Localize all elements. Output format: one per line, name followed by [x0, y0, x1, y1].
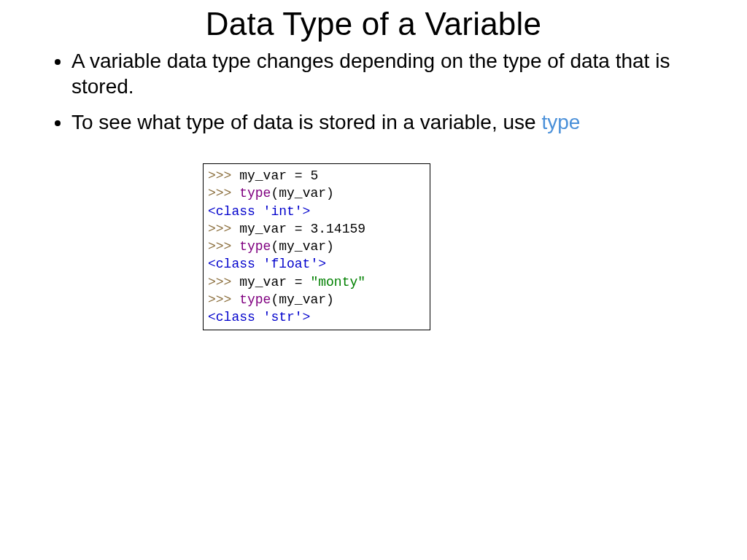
keyword-type: type — [541, 111, 580, 133]
code-line: >>> type(my_var) — [208, 238, 425, 255]
code-line: >>> type(my_var) — [208, 291, 425, 308]
repl-prompt: >>> — [208, 168, 239, 183]
code-line: <class 'int'> — [208, 203, 425, 220]
bullet-item: To see what type of data is stored in a … — [71, 109, 711, 135]
code-line: >>> type(my_var) — [208, 184, 425, 202]
code-line: >>> my_var = 5 — [208, 167, 425, 184]
bullet-text: A variable data type changes depending o… — [71, 50, 670, 98]
code-line: <class 'float'> — [208, 255, 425, 273]
code-text: = — [287, 222, 310, 236]
bullet-text: To see what type of data is stored in a … — [71, 111, 541, 133]
code-line: >>> my_var = "monty" — [208, 273, 425, 291]
repl-prompt: >>> — [208, 292, 239, 307]
code-text: type — [239, 292, 271, 307]
code-text: 5 — [310, 168, 318, 183]
code-output: <class 'str'> — [208, 310, 310, 324]
code-text: my_var — [279, 239, 326, 254]
code-block: >>> my_var = 5 >>> type(my_var) <class '… — [203, 163, 430, 330]
code-text: ( — [271, 239, 279, 254]
code-text: = — [287, 275, 310, 289]
repl-prompt: >>> — [208, 222, 239, 236]
code-output: <class 'int'> — [208, 204, 310, 219]
bullet-list: A variable data type changes depending o… — [36, 48, 711, 135]
code-text: 3.14159 — [310, 222, 365, 236]
code-text: my_var — [239, 222, 287, 236]
slide: Data Type of a Variable A variable data … — [0, 0, 747, 560]
repl-prompt: >>> — [208, 275, 239, 289]
code-text: "monty" — [310, 275, 365, 289]
code-output: <class 'float'> — [208, 257, 326, 271]
bullet-item: A variable data type changes depending o… — [71, 48, 711, 99]
code-text: type — [239, 239, 271, 254]
code-text: my_var — [279, 186, 326, 201]
code-text: ) — [326, 239, 334, 254]
code-text: my_var — [279, 292, 326, 307]
code-line: >>> my_var = 3.14159 — [208, 220, 425, 238]
code-text: ) — [326, 186, 334, 201]
repl-prompt: >>> — [208, 239, 239, 254]
code-text: ( — [271, 186, 279, 201]
repl-prompt: >>> — [208, 186, 239, 201]
code-text: ) — [326, 292, 334, 307]
code-text: my_var — [239, 168, 287, 183]
code-line: <class 'str'> — [208, 308, 425, 326]
code-text: = — [287, 168, 310, 183]
code-text: type — [239, 186, 271, 201]
slide-title: Data Type of a Variable — [36, 6, 711, 42]
code-text: my_var — [239, 275, 287, 289]
code-text: ( — [271, 292, 279, 307]
